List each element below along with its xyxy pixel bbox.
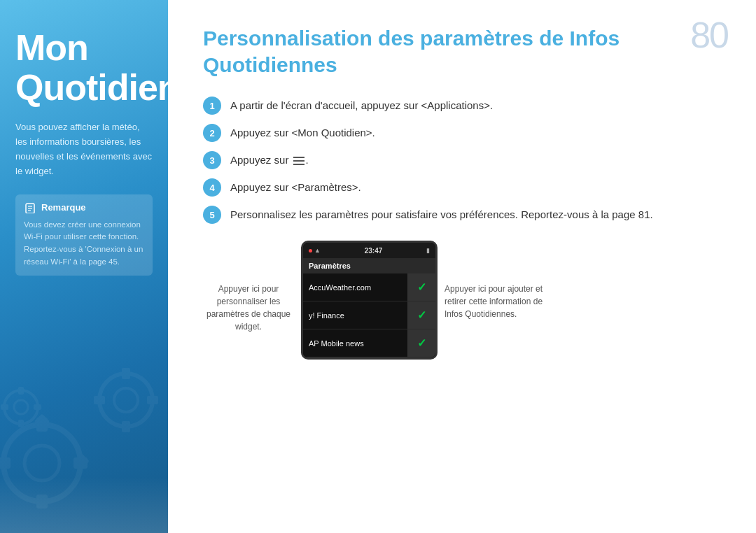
note-icon [24,201,36,214]
phone-row-text-3: AP Mobile news [303,332,407,355]
note-box: Remarque Vous devez créer une connexion … [15,194,153,276]
step-badge-2: 2 [203,124,221,142]
main-content: 80 Personnalisation des paramètres de In… [168,0,756,533]
step-text-4: Appuyez sur <Paramètres>. [230,178,361,196]
step-text-5: Personnalisez les paramètres pour satisf… [230,205,653,223]
phone-row-3: AP Mobile news ✓ [303,329,435,357]
status-dot [309,249,312,253]
checkmark-2: ✓ [417,308,426,322]
phone-content: AccuWeather.com ✓ y! Finance ✓ AP Mobile… [303,273,435,357]
left-annotation: Appuyer ici pour personnaliser les param… [203,241,294,333]
step-badge-1: 1 [203,97,221,115]
checkmark-1: ✓ [417,280,426,294]
svg-rect-15 [122,421,130,432]
battery-icon: ▮ [426,247,430,254]
wifi-icon: ▲ [314,247,321,254]
step-2: 2 Appuyez sur <Mon Quotidien>. [203,123,721,142]
sidebar-title-line2: Quotidien [15,67,168,108]
svg-rect-20 [18,387,24,395]
status-time: 23:47 [365,247,383,255]
step-text-1: A partir de l'écran d'accueil, appuyez s… [230,96,493,114]
svg-point-12 [99,374,153,427]
step-text-3: Appuyez sur . [230,150,309,169]
step-badge-4: 4 [203,178,221,197]
phone-row-text-2: y! Finance [303,304,407,327]
menu-icon [293,157,304,165]
svg-point-5 [24,446,59,481]
step-badge-5: 5 [203,206,221,224]
sidebar-title: Mon Quotidien [15,28,153,108]
sidebar-description: Vous pouvez afficher la météo, les infor… [15,120,153,178]
step-text-2: Appuyez sur <Mon Quotidien>. [230,123,375,141]
svg-rect-21 [18,420,24,427]
step-4: 4 Appuyez sur <Paramètres>. [203,178,721,197]
svg-rect-23 [34,404,41,410]
status-left: ▲ [309,247,321,254]
note-header: Remarque [24,201,144,214]
step-1: 1 A partir de l'écran d'accueil, appuyez… [203,96,721,115]
svg-rect-17 [147,396,158,404]
svg-point-13 [114,388,138,412]
step-badge-3: 3 [203,151,221,169]
sidebar-title-line1: Mon [15,27,88,68]
step-3: 3 Appuyez sur . [203,150,721,169]
main-title: Personnalisation des paramètres de Infos… [203,25,693,78]
note-label: Remarque [41,202,86,213]
right-annotation: Appuyer ici pour ajouter et retirer cett… [444,241,556,320]
phone-title-bar: Paramètres [303,258,435,273]
phone-row-1: AccuWeather.com ✓ [303,273,435,301]
svg-rect-22 [1,404,8,410]
svg-rect-8 [0,457,10,469]
note-text: Vous devez créer une connexion Wi-Fi pou… [24,219,144,269]
sidebar-bottom-gradient [0,477,168,533]
svg-point-19 [14,400,28,414]
svg-rect-16 [94,396,105,404]
phone-mockup: ▲ 23:47 ▮ Paramètres AccuWeather.com ✓ y… [301,241,438,360]
phone-status-bar: ▲ 23:47 ▮ [303,243,435,258]
page-number: 80 [690,14,728,56]
step-5: 5 Personnalisez les paramètres pour sati… [203,205,721,224]
phone-check-2: ✓ [407,301,435,329]
svg-point-18 [4,390,38,424]
phone-check-3: ✓ [407,329,435,357]
steps-list: 1 A partir de l'écran d'accueil, appuyez… [203,96,721,224]
phone-check-1: ✓ [407,273,435,301]
checkmark-3: ✓ [417,336,426,350]
phone-row-text-1: AccuWeather.com [303,276,407,299]
phone-row-2: y! Finance ✓ [303,301,435,329]
sidebar: Mon Quotidien Vous pouvez afficher la mé… [0,0,168,533]
svg-rect-14 [122,368,130,379]
phone-area: Appuyer ici pour personnaliser les param… [203,241,721,360]
